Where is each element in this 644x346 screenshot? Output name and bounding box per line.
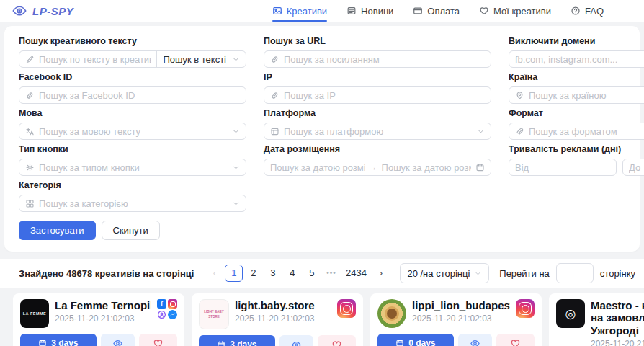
creative-card[interactable]: LIGHT BABY STORE light.baby.store 2025-1… bbox=[192, 293, 363, 346]
instagram-icon bbox=[516, 299, 535, 318]
favorite-button[interactable] bbox=[496, 334, 535, 346]
date-from-input[interactable] bbox=[270, 162, 365, 173]
calendar-icon bbox=[38, 339, 47, 346]
link-icon bbox=[270, 91, 279, 100]
field-facebook-id: Facebook ID bbox=[19, 72, 246, 104]
select-placeholder: Пошук за мовою тексту bbox=[39, 126, 228, 137]
pagination-prev-icon[interactable]: ‹ bbox=[205, 265, 223, 282]
calendar-icon bbox=[217, 340, 225, 346]
chevron-down-icon bbox=[232, 200, 240, 208]
search-mode-select[interactable]: Пошук в тексті bbox=[156, 51, 246, 67]
creative-card[interactable]: ◎ Maestro - кухні, меблі на замовлення в… bbox=[549, 293, 644, 346]
goto-prefix-label: Перейти на bbox=[499, 268, 550, 279]
country-select[interactable]: Пошук за країною bbox=[509, 86, 644, 104]
date-range-picker[interactable]: → bbox=[264, 159, 491, 176]
select-placeholder: Пошук за країною bbox=[529, 90, 644, 101]
duration-from-input[interactable] bbox=[515, 162, 610, 173]
translate-icon bbox=[25, 127, 35, 136]
app-logo[interactable]: LP-SPY bbox=[12, 3, 73, 19]
pagination-next-icon[interactable]: › bbox=[372, 265, 390, 282]
goto-page-input[interactable] bbox=[556, 263, 594, 283]
favorite-button[interactable] bbox=[318, 335, 356, 346]
days-button[interactable]: 3 days bbox=[199, 335, 275, 346]
views-button[interactable] bbox=[279, 335, 314, 346]
paperclip-icon bbox=[515, 127, 524, 136]
page-size-select[interactable]: 20 /на сторінці bbox=[400, 263, 489, 283]
field-label: Категорія bbox=[19, 180, 246, 190]
pagination-page-4[interactable]: 4 bbox=[283, 265, 301, 282]
days-button[interactable]: 3 days bbox=[20, 334, 97, 346]
pagination-ellipsis[interactable]: ••• bbox=[322, 265, 340, 282]
heart-icon bbox=[153, 338, 164, 346]
calendar-icon bbox=[475, 163, 485, 172]
favorite-button[interactable] bbox=[139, 334, 177, 346]
pagination-page-5[interactable]: 5 bbox=[303, 265, 321, 282]
main-nav: Креативи Новини Оплата Мої креативи FAQ bbox=[272, 0, 604, 22]
goto-page: Перейти на сторінку bbox=[499, 263, 635, 283]
nav-payment[interactable]: Оплата bbox=[413, 0, 460, 22]
facebook-id-input[interactable] bbox=[39, 90, 240, 101]
card-date: 2025-11-20 21:02:03 bbox=[591, 339, 644, 346]
field-language: Мова Пошук за мовою тексту bbox=[19, 108, 246, 140]
format-select[interactable]: Пошук за форматом bbox=[509, 123, 644, 140]
card-date: 2025-11-20 21:02:03 bbox=[235, 314, 331, 324]
results-bar: Знайдено 48678 креативів на сторінці ‹ 1… bbox=[0, 259, 644, 288]
ip-input[interactable] bbox=[284, 90, 485, 101]
creative-card[interactable]: LA FEMME La Femme Ternopil 2025-11-20 21… bbox=[13, 293, 184, 346]
views-button[interactable] bbox=[101, 334, 135, 346]
field-duration: Тривалість реклами (дні) bbox=[509, 144, 644, 176]
user-icon bbox=[157, 310, 166, 319]
url-input[interactable] bbox=[284, 54, 485, 65]
chevron-down-icon bbox=[477, 128, 485, 136]
eye-icon bbox=[291, 340, 302, 346]
pagination-page-2[interactable]: 2 bbox=[244, 265, 262, 282]
card-date: 2025-11-20 21:02:03 bbox=[412, 314, 510, 324]
field-platform: Платформа Пошук за платформою bbox=[264, 108, 491, 140]
duration-to-input[interactable] bbox=[629, 162, 644, 173]
creative-card[interactable]: lippi_lion_budapest 2025-11-20 21:02:03 … bbox=[370, 293, 542, 346]
pagination-page-3[interactable]: 3 bbox=[264, 265, 282, 282]
apply-button[interactable]: Застосувати bbox=[19, 221, 96, 240]
field-label: Дата розміщення bbox=[264, 144, 491, 154]
nav-faq[interactable]: FAQ bbox=[571, 0, 604, 22]
select-placeholder: Пошук за категорією bbox=[39, 198, 228, 209]
platform-select[interactable]: Пошук за платформою bbox=[264, 123, 491, 140]
field-label: Facebook ID bbox=[19, 72, 246, 82]
nav-my-creatives[interactable]: Мої креативи bbox=[479, 0, 551, 22]
heart-icon bbox=[331, 340, 342, 346]
field-url: Пошук за URL bbox=[264, 36, 491, 68]
link-icon bbox=[25, 91, 35, 100]
search-mode-value: Пошук в тексті bbox=[163, 54, 226, 65]
eye-icon bbox=[112, 338, 123, 346]
chevron-down-icon bbox=[232, 128, 240, 136]
avatar: LA FEMME bbox=[20, 299, 49, 328]
nav-label: Новини bbox=[361, 6, 393, 17]
pagination-page-1[interactable]: 1 bbox=[225, 265, 243, 282]
days-button[interactable]: 0 days bbox=[377, 334, 454, 346]
card-title: lippi_lion_budapest bbox=[412, 299, 510, 311]
nav-news[interactable]: Новини bbox=[346, 0, 393, 22]
image-icon bbox=[272, 6, 282, 16]
views-button[interactable] bbox=[458, 334, 493, 346]
field-label: Пошук креативного тексту bbox=[19, 36, 246, 46]
date-to-input[interactable] bbox=[382, 162, 471, 173]
creative-text-input[interactable] bbox=[39, 54, 151, 65]
nav-label: FAQ bbox=[585, 6, 604, 17]
results-count: Знайдено 48678 креативів на сторінці bbox=[19, 268, 194, 279]
avatar: LIGHT BABY STORE bbox=[199, 299, 229, 329]
button-type-select[interactable]: Пошук за типом кнопки bbox=[19, 159, 246, 176]
reset-button[interactable]: Скинути bbox=[102, 221, 160, 240]
language-select[interactable]: Пошук за мовою тексту bbox=[19, 123, 246, 140]
filter-panel: Пошук креативного тексту Пошук в тексті … bbox=[4, 26, 640, 252]
card-title: Maestro - кухні, меблі на замовлення в У… bbox=[591, 299, 644, 337]
nav-creatives[interactable]: Креативи bbox=[272, 0, 327, 22]
field-label: Пошук за URL bbox=[264, 36, 491, 46]
category-select[interactable]: Пошук за категорією bbox=[19, 195, 246, 212]
chevron-down-icon bbox=[474, 270, 482, 278]
pagination-last-page[interactable]: 2434 bbox=[341, 265, 370, 282]
logo-text: LP-SPY bbox=[32, 5, 73, 17]
exclude-domains-input[interactable] bbox=[515, 54, 644, 65]
field-category: Категорія Пошук за категорією bbox=[19, 180, 246, 212]
field-button-type: Тип кнопки Пошук за типом кнопки bbox=[19, 144, 246, 176]
select-placeholder: Пошук за типом кнопки bbox=[39, 162, 228, 173]
